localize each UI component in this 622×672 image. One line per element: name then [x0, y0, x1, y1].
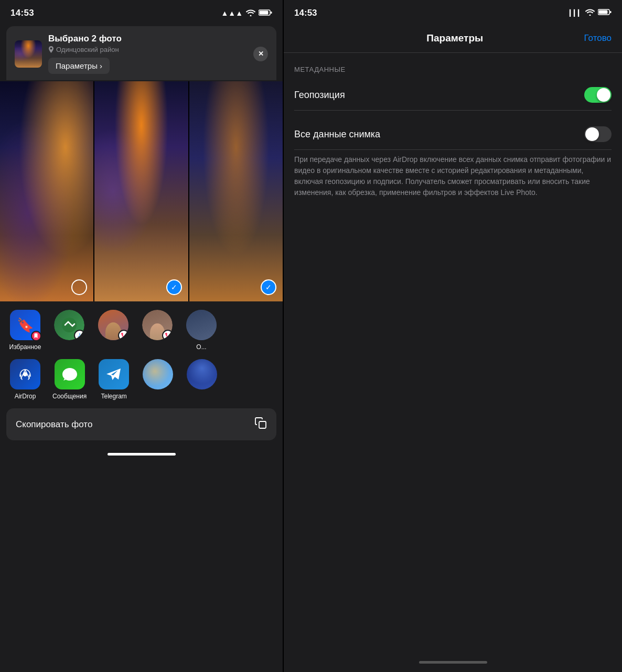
- messages-icon: [55, 359, 85, 389]
- params-done-button[interactable]: Готово: [584, 33, 612, 44]
- svg-rect-1: [260, 10, 269, 14]
- geoposition-knob: [597, 88, 610, 102]
- settings-spacer: [294, 111, 612, 119]
- blob2-icon: [187, 359, 217, 389]
- all-data-row: Все данные снимка: [294, 119, 612, 150]
- params-button-label: Параметры: [56, 61, 98, 70]
- svg-rect-7: [599, 10, 608, 14]
- wifi-icon: [246, 9, 255, 18]
- app-messages[interactable]: Сообщения: [52, 359, 87, 400]
- photo-check-3[interactable]: ✓: [261, 279, 276, 295]
- right-bottom-area: [284, 661, 622, 672]
- copy-label: Скопировать фото: [16, 419, 92, 430]
- telegram-label: Telegram: [101, 393, 126, 400]
- copy-icon: [254, 417, 267, 432]
- svg-point-3: [62, 318, 77, 332]
- right-home-indicator: [419, 661, 487, 664]
- app-blob1[interactable]: [141, 359, 175, 400]
- location-text: Одинцовский район: [56, 46, 119, 53]
- contact-badge-3: [162, 330, 173, 340]
- share-header: Выбрано 2 фото Одинцовский район Парамет…: [6, 26, 276, 80]
- photo-item-3[interactable]: ✓: [189, 81, 283, 301]
- geoposition-row: Геопозиция: [294, 80, 612, 111]
- close-icon: ✕: [258, 50, 264, 58]
- share-info: Выбрано 2 фото Одинцовский район Парамет…: [48, 34, 247, 74]
- share-thumbnail: [15, 40, 42, 68]
- svg-rect-8: [610, 11, 612, 13]
- right-status-time: 14:53: [294, 8, 317, 18]
- left-home-indicator: [108, 453, 176, 456]
- geoposition-toggle[interactable]: [584, 87, 612, 103]
- airdrop-label: AirDrop: [15, 393, 36, 400]
- contact-avatar-2: [98, 310, 128, 340]
- messages-label: Сообщения: [52, 393, 87, 400]
- params-button-chevron: ›: [100, 61, 102, 70]
- geoposition-label: Геопозиция: [294, 90, 345, 101]
- check-icon-3: ✓: [265, 283, 272, 291]
- svg-rect-5: [259, 421, 266, 428]
- all-data-label: Все данные снимка: [294, 129, 380, 140]
- photo-item-1[interactable]: [0, 81, 93, 301]
- settings-section: МЕТАДАННЫЕ Геопозиция Все данные снимка …: [284, 53, 622, 211]
- left-status-time: 14:53: [10, 8, 34, 18]
- apps-row: AirDrop Сообщения Telegram: [0, 355, 283, 408]
- telegram-icon: [99, 359, 129, 389]
- photo-item-2[interactable]: ✓: [94, 81, 188, 301]
- share-close-button[interactable]: ✕: [253, 47, 268, 61]
- left-status-icons: ▲▲▲: [221, 9, 273, 18]
- contact-avatar-4: [186, 310, 217, 340]
- fav-badge: [31, 331, 41, 341]
- signal-icon: ▲▲▲: [221, 9, 243, 17]
- right-panel: 14:53 ▎▎▎ Параметры Готово: [284, 0, 622, 672]
- contact-badge-2: [118, 330, 128, 340]
- app-blob2[interactable]: [185, 359, 219, 400]
- all-data-description: При передаче данных через AirDrop включе…: [294, 150, 612, 207]
- share-location: Одинцовский район: [48, 46, 247, 53]
- section-label: МЕТАДАННЫЕ: [294, 66, 612, 73]
- bookmark-icon: 🔖: [17, 317, 34, 333]
- right-status-bar: 14:53 ▎▎▎: [284, 0, 622, 26]
- contact-avatar-3: [142, 310, 173, 340]
- left-bottom-area: [0, 445, 283, 462]
- app-airdrop[interactable]: AirDrop: [8, 359, 42, 400]
- right-signal-icon: ▎▎▎: [570, 9, 582, 17]
- left-status-bar: 14:53 ▲▲▲: [0, 0, 283, 26]
- params-open-button[interactable]: Параметры ›: [48, 58, 110, 74]
- all-data-knob: [585, 127, 599, 141]
- contact-3[interactable]: [141, 310, 174, 351]
- params-header: Параметры Готово: [284, 26, 622, 53]
- photo-check-1[interactable]: [71, 279, 87, 295]
- share-title: Выбрано 2 фото: [48, 34, 247, 44]
- check-icon-2: ✓: [171, 283, 177, 291]
- contact-1[interactable]: [52, 310, 86, 351]
- left-panel: 14:53 ▲▲▲ Выбрано 2 фото: [0, 0, 283, 672]
- all-data-toggle[interactable]: [584, 126, 612, 142]
- contact-fav[interactable]: 🔖 Избранное: [8, 310, 42, 351]
- copy-photo-button[interactable]: Скопировать фото: [6, 408, 276, 440]
- photo-check-2[interactable]: ✓: [166, 279, 182, 295]
- right-wifi-icon: [585, 8, 595, 18]
- contact-2[interactable]: [96, 310, 130, 351]
- contact-name-4: О...: [196, 343, 206, 351]
- right-status-icons: ▎▎▎: [570, 8, 612, 18]
- blob1-icon: [143, 359, 173, 389]
- airdrop-icon: [10, 359, 40, 389]
- fav-avatar: 🔖: [10, 310, 40, 340]
- battery-icon: [259, 9, 272, 18]
- contact-avatar-1: [54, 310, 84, 340]
- contact-4[interactable]: О...: [185, 310, 218, 351]
- photos-grid: ✓ ✓: [0, 81, 283, 301]
- params-title: Параметры: [426, 32, 483, 44]
- contact-badge-1: [74, 330, 84, 340]
- right-battery-icon: [598, 8, 612, 18]
- contacts-row: 🔖 Избранное: [0, 301, 283, 355]
- svg-rect-2: [271, 12, 272, 14]
- app-telegram[interactable]: Telegram: [97, 359, 131, 400]
- contact-fav-name: Избранное: [9, 343, 41, 351]
